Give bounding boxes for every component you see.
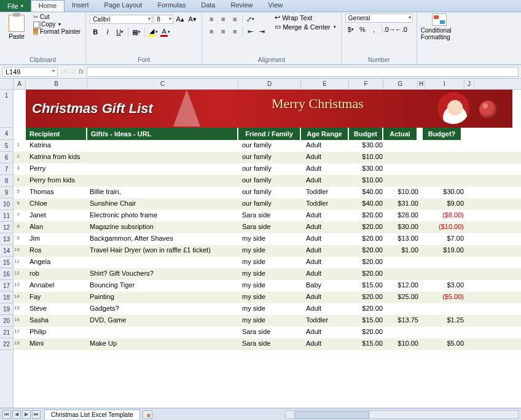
hdr-friend-family[interactable]: Friend / Family: [238, 128, 301, 140]
cell-friend-family[interactable]: my side: [238, 233, 302, 245]
cell-recipient[interactable]: Thomas: [26, 187, 86, 198]
col-header-B[interactable]: B: [26, 79, 87, 89]
row-header-7[interactable]: 7: [0, 163, 13, 175]
row-header-19[interactable]: 19: [0, 303, 13, 315]
row-header-15[interactable]: 15: [0, 257, 13, 268]
cell-budget[interactable]: $20.00: [351, 257, 387, 268]
cell-friend-family[interactable]: my side: [238, 315, 302, 327]
increase-indent-button[interactable]: ⇥: [256, 26, 267, 37]
row-header-14[interactable]: 14: [0, 245, 13, 257]
align-center-button[interactable]: ≡: [217, 26, 229, 37]
cell-age[interactable]: Adult: [302, 292, 351, 303]
table-row[interactable]: 10RosTravel Hair Dryer (won in raffle £1…: [14, 245, 521, 257]
cell-actual[interactable]: [387, 257, 423, 268]
cell-gift[interactable]: Magazine subsription: [86, 222, 238, 233]
cell-gift[interactable]: [86, 257, 238, 268]
cell-budget[interactable]: $20.00: [351, 233, 387, 245]
cell-age[interactable]: Adult: [302, 152, 351, 163]
cell-recipient[interactable]: rob: [26, 268, 86, 280]
cell-recipient[interactable]: Annabel: [26, 280, 86, 292]
cell-gift[interactable]: [86, 175, 238, 187]
cell-friend-family[interactable]: Sara side: [238, 327, 302, 338]
cell-friend-family[interactable]: my side: [238, 280, 302, 292]
fx-icon[interactable]: fx: [79, 68, 84, 76]
cell-budget[interactable]: $10.00: [351, 152, 387, 163]
cell-age[interactable]: Adult: [302, 210, 351, 222]
cell-age[interactable]: Adult: [302, 338, 351, 350]
decrease-font-button[interactable]: A▾: [187, 14, 198, 25]
cell-gift[interactable]: Sunshine Chair: [86, 198, 238, 210]
cell-budget[interactable]: $15.00: [351, 280, 387, 292]
col-header-H[interactable]: H: [418, 79, 425, 89]
cell-recipient[interactable]: Philip: [26, 327, 86, 338]
cell-friend-family[interactable]: my side: [238, 257, 302, 268]
cell-recipient[interactable]: Ros: [26, 245, 86, 257]
cell-actual[interactable]: [387, 268, 423, 280]
col-header-G[interactable]: G: [383, 79, 418, 89]
increase-font-button[interactable]: A▴: [174, 14, 186, 25]
border-button[interactable]: ▦▾: [131, 26, 142, 37]
wrap-text-button[interactable]: ↩Wrap Text: [273, 14, 337, 21]
row-header-5[interactable]: 5: [0, 140, 13, 152]
table-row[interactable]: 2Katrina from kidsour familyAdult$10.00: [14, 152, 521, 163]
table-row[interactable]: 13AnnabelBouncing Tigermy sideBaby$15.00…: [14, 280, 521, 292]
table-row[interactable]: 17PhilipSara sideAdult$20.00: [14, 327, 521, 338]
cell-age[interactable]: Adult: [302, 175, 351, 187]
cell-actual[interactable]: $30.00: [387, 222, 423, 233]
align-middle-button[interactable]: ≡: [217, 14, 229, 25]
row-header-13[interactable]: 13: [0, 233, 13, 245]
cell-actual[interactable]: $13.00: [387, 233, 423, 245]
cell-age[interactable]: Baby: [302, 280, 351, 292]
cell-age[interactable]: Adult: [302, 327, 351, 338]
cell-recipient[interactable]: Angela: [26, 257, 86, 268]
cell-friend-family[interactable]: our family: [238, 140, 302, 152]
cell-friend-family[interactable]: our family: [238, 163, 302, 175]
cell-budget[interactable]: $20.00: [351, 268, 387, 280]
percent-button[interactable]: %: [357, 24, 368, 35]
col-header-E[interactable]: E: [301, 79, 349, 89]
cell-budget-diff[interactable]: $1.25: [428, 315, 468, 327]
cell-friend-family[interactable]: our family: [238, 187, 302, 198]
accounting-format-button[interactable]: $▾: [345, 24, 356, 35]
table-row[interactable]: 6ChloeSunshine Chairour familyToddler$40…: [14, 198, 521, 210]
cell-budget[interactable]: $30.00: [351, 140, 387, 152]
cell-gift[interactable]: Make Up: [86, 338, 238, 350]
row-header-9[interactable]: 9: [0, 187, 13, 198]
cell-recipient[interactable]: Mimi: [26, 338, 86, 350]
cell-friend-family[interactable]: my side: [238, 268, 302, 280]
cell-actual[interactable]: [387, 152, 423, 163]
cell-budget-diff[interactable]: ($8.00): [428, 210, 468, 222]
tab-insert[interactable]: Insert: [65, 0, 97, 12]
font-name-select[interactable]: Calibri: [90, 15, 152, 24]
cell-gift[interactable]: [86, 327, 238, 338]
cell-gift[interactable]: Gadgets?: [86, 303, 238, 315]
cell-budget[interactable]: $20.00: [351, 327, 387, 338]
fx-enter-icon[interactable]: ✓: [71, 68, 76, 76]
tab-data[interactable]: Data: [194, 0, 223, 12]
cell-gift[interactable]: [86, 163, 238, 175]
row-header-4[interactable]: 4: [0, 128, 13, 140]
cell-age[interactable]: Adult: [302, 222, 351, 233]
cell-budget-diff[interactable]: [428, 152, 468, 163]
row-header-18[interactable]: 18: [0, 292, 13, 303]
font-size-select[interactable]: 8: [154, 15, 173, 24]
hdr-age[interactable]: Age Range: [301, 128, 349, 140]
cell-budget-diff[interactable]: $9.00: [428, 198, 468, 210]
conditional-formatting-button[interactable]: Conditional Formatting: [421, 14, 458, 41]
table-row[interactable]: 4Perry from kidsour familyAdult$10.00: [14, 175, 521, 187]
fill-color-button[interactable]: ◢▾: [147, 26, 159, 37]
hdr-actual[interactable]: Actual: [383, 128, 418, 140]
formula-input[interactable]: [87, 67, 519, 77]
number-format-select[interactable]: General: [345, 14, 413, 23]
cell-recipient[interactable]: Perry: [26, 163, 86, 175]
table-row[interactable]: 18MimiMake UpSara sideAdult$15.00$10.00$…: [14, 338, 521, 350]
cell-age[interactable]: Toddler: [302, 315, 351, 327]
cell-recipient[interactable]: Chloe: [26, 198, 86, 210]
cell-friend-family[interactable]: my side: [238, 245, 302, 257]
row-header-6[interactable]: 6: [0, 152, 13, 163]
cell-gift[interactable]: Shirt? Gift Vouchers?: [86, 268, 238, 280]
col-header-A[interactable]: A: [14, 79, 26, 89]
row-header-8[interactable]: 8: [0, 175, 13, 187]
cell-budget-diff[interactable]: [428, 140, 468, 152]
cell-friend-family[interactable]: my side: [238, 292, 302, 303]
